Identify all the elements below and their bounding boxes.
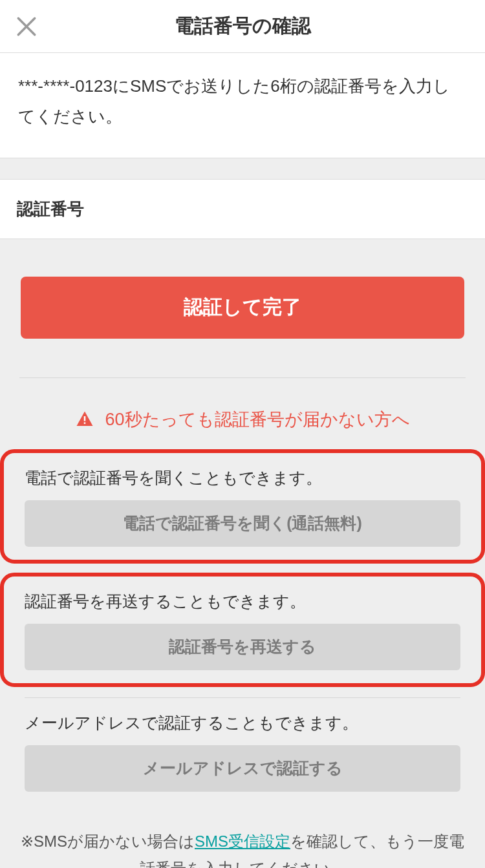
- resend-box: 認証番号を再送することもできます。 認証番号を再送する: [0, 573, 485, 687]
- email-auth-section: メールアドレスで認証することもできます。 メールアドレスで認証する: [0, 712, 485, 792]
- instruction-text: ***-****-0123にSMSでお送りした6桁の認証番号を入力してください。: [0, 53, 485, 158]
- warning-message: 60秒たっても認証番号が届かない方へ: [0, 408, 485, 431]
- resend-button[interactable]: 認証番号を再送する: [25, 624, 460, 670]
- email-auth-label: メールアドレスで認証することもできます。: [25, 712, 460, 734]
- warning-text: 60秒たっても認証番号が届かない方へ: [105, 408, 409, 431]
- close-icon[interactable]: [14, 14, 39, 39]
- phone-auth-box: 電話で認証番号を聞くこともできます。 電話で認証番号を聞く(通話無料): [0, 449, 485, 564]
- warning-icon: [75, 410, 94, 429]
- header: 電話番号の確認: [0, 0, 485, 53]
- email-auth-button[interactable]: メールアドレスで認証する: [25, 745, 460, 792]
- resend-label: 認証番号を再送することもできます。: [25, 591, 460, 612]
- footnote-prefix: ※SMSが届かない場合は: [21, 832, 195, 850]
- phone-auth-label: 電話で認証番号を聞くこともできます。: [25, 467, 460, 489]
- svg-rect-3: [84, 422, 86, 424]
- page-title: 電話番号の確認: [8, 13, 477, 39]
- phone-auth-button[interactable]: 電話で認証番号を聞く(通話無料): [25, 500, 460, 547]
- divider: [19, 377, 466, 378]
- svg-rect-2: [84, 416, 86, 421]
- divider: [25, 697, 460, 698]
- footnote: ※SMSが届かない場合はSMS受信設定を確認して、もう一度電話番号を入力してくだ…: [0, 828, 485, 868]
- sms-settings-link[interactable]: SMS受信設定: [195, 832, 290, 850]
- verify-complete-button[interactable]: 認証して完了: [21, 277, 464, 339]
- auth-code-label: 認証番号: [0, 179, 485, 239]
